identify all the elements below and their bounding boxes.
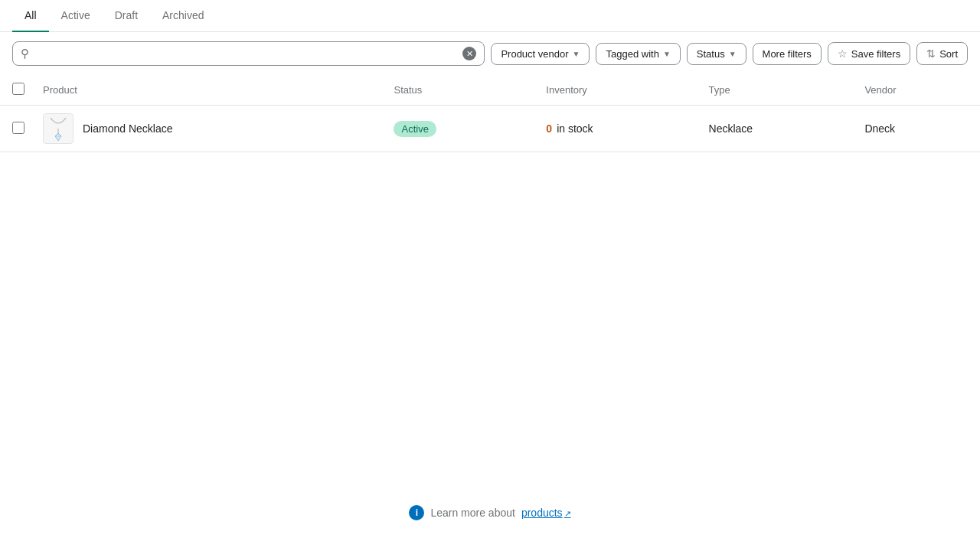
product-vendor-filter-button[interactable]: Product vendor ▼ [491,43,590,65]
products-learn-more-link[interactable]: products↗ [521,507,571,519]
svg-marker-1 [55,133,61,141]
tab-archived[interactable]: Archived [150,0,216,32]
info-icon: i [409,505,424,520]
clear-search-button[interactable]: ✕ [462,47,476,60]
footer-info: i Learn more about products↗ [0,474,980,551]
product-column-header: Product [31,75,381,106]
row-checkbox-cell [0,106,31,152]
tagged-with-filter-button[interactable]: Tagged with ▼ [596,43,680,65]
status-badge: Active [394,121,436,137]
sort-button[interactable]: ⇅ Sort [916,42,968,65]
vendor-column-header: Vendor [852,75,980,106]
external-link-icon: ↗ [564,509,571,518]
save-filters-button[interactable]: ☆ Save filters [828,42,910,65]
vendor-cell: Dneck [852,106,980,152]
select-all-checkbox[interactable] [12,83,24,95]
chevron-down-icon: ▼ [573,50,580,58]
products-table: Product Status Inventory Type Vendor [0,75,980,152]
inventory-column-header: Inventory [534,75,696,106]
tab-active[interactable]: Active [49,0,103,32]
footer-text: Learn more about [430,507,515,519]
table-header-row: Product Status Inventory Type Vendor [0,75,980,106]
sort-icon: ⇅ [926,47,936,60]
search-container: ⚲ Diamond ✕ [12,41,485,66]
product-name: Diamond Necklace [83,122,173,135]
type-column-header: Type [697,75,853,106]
status-cell: Active [381,106,534,152]
more-filters-button[interactable]: More filters [753,43,822,65]
toolbar: ⚲ Diamond ✕ Product vendor ▼ Tagged with… [0,32,980,75]
tabs-container: All Active Draft Archived [0,0,980,32]
chevron-down-icon: ▼ [663,50,671,58]
inventory-count: 0 [546,122,552,135]
inventory-label: in stock [557,122,593,135]
product-cell: Diamond Necklace [31,106,381,152]
necklace-image [47,115,70,142]
row-checkbox[interactable] [12,122,24,134]
select-all-header [0,75,31,106]
tab-all[interactable]: All [12,0,49,32]
type-cell: Necklace [697,106,853,152]
inventory-cell: 0 in stock [534,106,696,152]
status-column-header: Status [381,75,534,106]
products-table-container: Product Status Inventory Type Vendor [0,75,980,474]
tab-draft[interactable]: Draft [103,0,150,32]
status-filter-button[interactable]: Status ▼ [687,43,746,65]
chevron-down-icon: ▼ [729,50,737,58]
star-icon: ☆ [838,47,848,60]
table-row[interactable]: Diamond Necklace Active 0 in stock Neckl… [0,106,980,152]
product-thumbnail [43,113,74,144]
search-icon: ⚲ [21,47,29,60]
search-input[interactable]: Diamond [35,47,456,60]
